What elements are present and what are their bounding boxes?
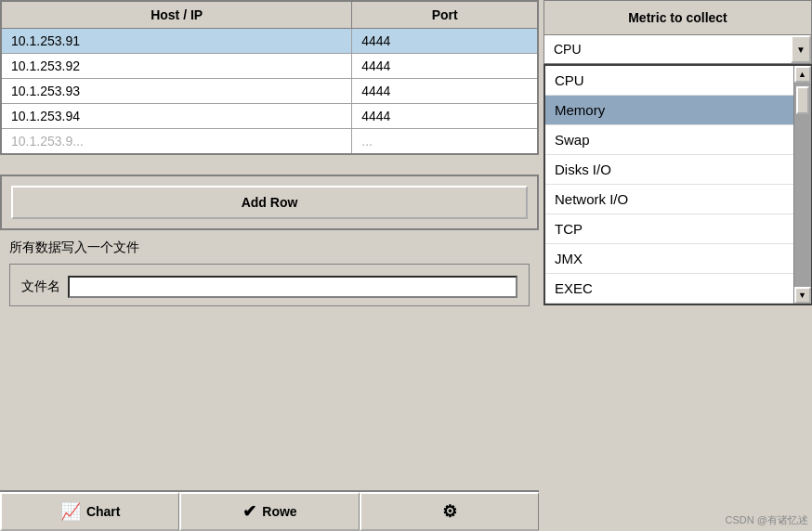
file-group-label: 所有数据写入一个文件 [9,240,530,256]
table-area: Host / IP Port 10.1.253.91 4444 10.1.253… [0,0,539,155]
col-header-port: Port [352,1,538,29]
rowe-button[interactable]: ✔ Rowe [179,492,359,531]
file-fieldset: 文件名 [9,264,530,306]
add-row-area: Add Row [0,175,539,230]
chart-icon: 📈 [60,501,81,522]
metric-selected-row: CPU ▼ [544,35,812,64]
scrollbar-track: ▲ ▼ [793,66,810,304]
cell-port: 4444 [352,79,538,104]
chart-label: Chart [86,504,121,519]
metric-dropdown-button[interactable]: ▼ [791,35,811,63]
table-row[interactable]: 10.1.253.91 4444 [1,29,538,54]
table-row[interactable]: 10.1.253.93 4444 [1,79,538,104]
file-input[interactable] [68,276,517,298]
dropdown-item-exec[interactable]: EXEC [545,274,810,304]
dropdown-item-tcp[interactable]: TCP [545,214,810,244]
dropdown-item-networkio[interactable]: Network I/O [545,185,810,214]
dropdown-item-swap[interactable]: Swap [545,125,810,155]
cell-port: ... [352,129,538,155]
cell-host: 10.1.253.93 [1,79,352,104]
metric-selected-value: CPU [544,36,791,62]
dropdown-items-col: CPU Memory Swap Disks I/O Network I/O TC… [545,66,810,304]
dropdown-item-jmx[interactable]: JMX [545,244,810,274]
metric-dropdown-list: CPU Memory Swap Disks I/O Network I/O TC… [544,64,812,305]
cell-host: 10.1.253.91 [1,29,352,54]
data-table: Host / IP Port 10.1.253.91 4444 10.1.253… [0,0,539,155]
settings-button[interactable]: ⚙ [360,492,539,531]
cell-port: 4444 [352,54,538,79]
dropdown-item-cpu[interactable]: CPU [545,66,810,96]
scrollbar-thumb[interactable] [796,86,809,114]
file-section: 所有数据写入一个文件 文件名 [0,230,539,316]
dropdown-item-disksio[interactable]: Disks I/O [545,155,810,185]
table-row[interactable]: 10.1.253.94 4444 [1,104,538,129]
scrollbar-groove [794,83,811,287]
dropdown-arrow-icon: ▼ [796,45,805,55]
bottom-buttons: 📈 Chart ✔ Rowe ⚙ [0,490,539,531]
chart-button[interactable]: 📈 Chart [0,492,179,531]
gear-icon: ⚙ [442,501,457,522]
cell-host: 10.1.253.9... [1,129,352,155]
rowe-label: Rowe [262,504,296,519]
table-row[interactable]: 10.1.253.9... ... [1,129,538,155]
scrollbar-up-button[interactable]: ▲ [794,66,811,83]
scrollbar-down-button[interactable]: ▼ [794,287,811,304]
cell-host: 10.1.253.92 [1,54,352,79]
cell-port: 4444 [352,104,538,129]
file-label: 文件名 [21,278,60,295]
metric-area: Metric to collect CPU ▼ CPU Memory Swap … [544,0,812,305]
col-header-host: Host / IP [1,1,352,29]
dropdown-item-memory[interactable]: Memory [545,96,810,125]
metric-header: Metric to collect [544,0,812,35]
check-icon: ✔ [242,501,256,522]
watermark: CSDN @有诸忆述 [726,513,808,527]
cell-host: 10.1.253.94 [1,104,352,129]
main-container: Host / IP Port 10.1.253.91 4444 10.1.253… [0,0,812,531]
table-row[interactable]: 10.1.253.92 4444 [1,54,538,79]
metric-header-title: Metric to collect [554,10,802,25]
cell-port: 4444 [352,29,538,54]
add-row-button[interactable]: Add Row [11,186,528,219]
